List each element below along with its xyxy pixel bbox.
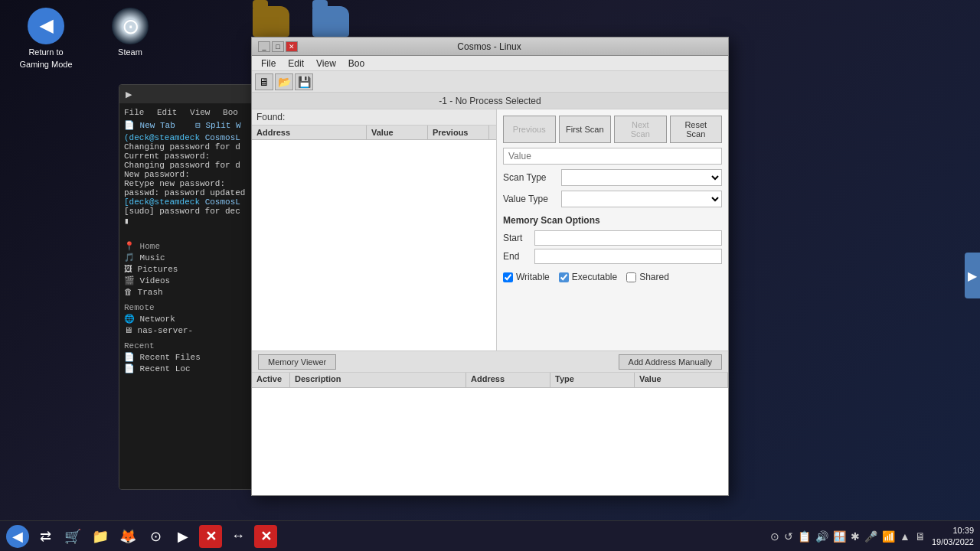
executable-checkbox[interactable] [559,272,569,282]
taskbar-icon-files[interactable]: 📁 [89,525,112,548]
menu-view[interactable]: View [310,57,342,70]
memory-start-row: Start [503,230,722,246]
menu-file[interactable]: File [255,57,282,70]
taskbar-icon-arrows[interactable]: ⇄ [34,525,57,548]
titlebar-buttons: _ □ ✕ [258,41,298,52]
first-scan-btn[interactable]: First Scan [559,116,612,143]
shared-label: Shared [639,272,669,282]
cosmos-main: Found: Address Value Previous Previous F… [252,109,728,350]
folder-icon-2[interactable] [312,6,349,37]
taskbar-icon-x2[interactable]: ✕ [254,525,277,548]
taskbar-icon-back[interactable]: ◀ [6,525,29,548]
process-bar: -1 - No Process Selected [252,93,728,109]
return-gaming-label2: Gaming Mode [19,60,72,69]
taskbar-arrow-up-icon[interactable]: ▲ [900,530,910,543]
found-label: Found: [252,109,496,126]
taskbar-window-icon[interactable]: 🪟 [833,530,846,543]
taskbar: ◀ ⇄ 🛒 📁 🦊 ⊙ ▶ ✕ ↔ ✕ ⊙ ↺ 📋 🔊 🪟 ✱ 🎤 📶 ▲ 🖥 [0,520,980,551]
scan-type-row: Scan Type [503,169,722,186]
process-label: -1 - No Process Selected [439,96,541,106]
taskbar-icon-shop[interactable]: 🛒 [61,525,84,548]
folder-icon-1[interactable] [253,6,289,37]
toolbar-open-btn[interactable]: 📂 [275,73,293,90]
bottom-col-description: Description [290,373,466,387]
cosmos-menubar: File Edit View Boo [252,56,728,71]
memory-end-row: End [503,249,722,264]
taskbar-clipboard-icon[interactable]: 📋 [798,530,811,543]
steam-label: Steam [118,47,142,57]
checkboxes-row: Writable Executable Shared [503,272,722,282]
previous-scan-btn[interactable]: Previous [503,116,556,143]
taskbar-audio-icon[interactable]: 🔊 [815,530,828,543]
reset-scan-btn[interactable]: Reset Scan [670,116,723,143]
taskbar-icon-firefox[interactable]: 🦊 [116,525,139,548]
taskbar-icon-x1[interactable]: ✕ [199,525,222,548]
return-gaming-label1: Return to [28,47,63,57]
taskbar-sys-icons: ⊙ ↺ 📋 🔊 🪟 ✱ 🎤 📶 ▲ 🖥 [770,530,926,543]
add-address-btn[interactable]: Add Address Manually [619,354,722,370]
toolbar-monitor-btn[interactable]: 🖥 [255,73,273,90]
value-type-select[interactable] [561,191,722,207]
taskbar-wifi-icon[interactable]: 📶 [882,530,895,543]
steam-symbol: ⊙ [112,8,149,44]
steam-icon[interactable]: ⊙ Steam [100,8,161,69]
executable-checkbox-label[interactable]: Executable [559,272,617,282]
cosmos-toolbar: 🖥 📂 💾 [252,71,728,93]
start-input[interactable] [534,230,722,246]
taskbar-steam-icon[interactable]: ⊙ [770,530,779,543]
cosmos-bottom: Memory Viewer Add Address Manually Activ… [252,350,728,495]
memory-options: Start End [503,230,722,264]
clock-date: 19/03/2022 [932,536,974,547]
bottom-col-type: Type [550,373,635,387]
taskbar-right: ⊙ ↺ 📋 🔊 🪟 ✱ 🎤 📶 ▲ 🖥 10:39 19/03/2022 [770,525,974,547]
terminal-title: ▶ [126,90,132,99]
writable-checkbox[interactable] [503,272,513,282]
end-label: End [503,251,530,262]
memory-viewer-btn[interactable]: Memory Viewer [258,354,336,370]
shared-checkbox-label[interactable]: Shared [626,272,669,282]
bottom-table-header: Active Description Address Type Value [252,373,728,388]
scan-type-label: Scan Type [503,172,557,183]
writable-checkbox-label[interactable]: Writable [503,272,550,282]
address-table-body [252,140,496,350]
taskbar-bt-icon[interactable]: ✱ [851,530,860,543]
taskbar-icon-steam[interactable]: ⊙ [144,525,167,548]
bottom-col-address: Address [466,373,550,387]
taskbar-refresh-icon[interactable]: ↺ [784,530,793,543]
memory-scan-title: Memory Scan Options [503,215,722,226]
next-scan-btn[interactable]: Next Scan [614,116,667,143]
right-arrow-btn[interactable]: ▶ [965,253,980,298]
taskbar-screen-icon[interactable]: 🖥 [915,530,926,543]
desktop-icons: ◀ Return to Gaming Mode ⊙ Steam [0,0,176,77]
scan-type-select[interactable] [561,169,722,186]
executable-label: Executable [572,272,617,282]
taskbar-icon-terminal[interactable]: ▶ [172,525,194,548]
return-gaming-icon[interactable]: ◀ Return to Gaming Mode [15,8,77,69]
shared-checkbox[interactable] [626,272,636,282]
right-panel: Previous First Scan Next Scan Reset Scan… [497,109,728,350]
desktop: ◀ Return to Gaming Mode ⊙ Steam ▶ File E… [0,0,980,551]
end-input[interactable] [534,249,722,264]
bottom-table-body [252,388,728,495]
cosmos-window: _ □ ✕ Cosmos - Linux File Edit View Boo … [251,37,729,496]
scan-value-input[interactable] [503,148,722,165]
col-address: Address [252,126,367,139]
bottom-col-active: Active [252,373,290,387]
taskbar-mic-icon[interactable]: 🎤 [864,530,877,543]
start-label: Start [503,233,530,243]
titlebar-min-btn[interactable]: _ [258,41,270,52]
return-gaming-symbol: ◀ [28,8,64,44]
value-type-row: Value Type [503,191,722,207]
taskbar-left: ◀ ⇄ 🛒 📁 🦊 ⊙ ▶ ✕ ↔ ✕ [6,525,277,548]
writable-label: Writable [516,272,550,282]
titlebar-max-btn[interactable]: □ [272,41,284,52]
address-table-header: Address Value Previous [252,126,496,140]
taskbar-icon-sync[interactable]: ↔ [227,525,250,548]
menu-boo[interactable]: Boo [342,57,371,70]
bottom-toolbar: Memory Viewer Add Address Manually [252,351,728,373]
scan-buttons: Previous First Scan Next Scan Reset Scan [503,116,722,143]
toolbar-save-btn[interactable]: 💾 [295,73,313,90]
cosmos-titlebar: _ □ ✕ Cosmos - Linux [252,37,728,56]
titlebar-close-btn[interactable]: ✕ [286,41,298,52]
menu-edit[interactable]: Edit [282,57,310,70]
